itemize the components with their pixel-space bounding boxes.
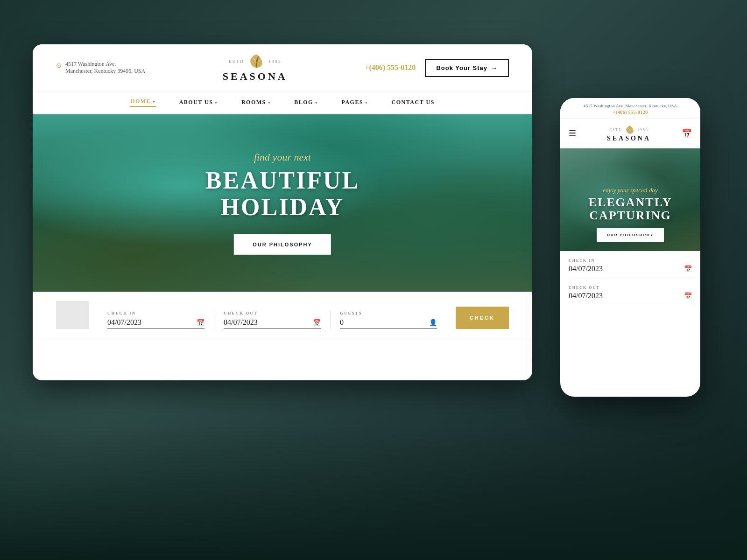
mobile-calendar-checkout-icon: 📅: [684, 292, 692, 300]
mobile-hero-content: enjoy your special day ELEGANTLY CAPTURI…: [560, 187, 700, 242]
mobile-checkout-value-row: 04/07/2023 📅: [569, 292, 692, 300]
chevron-down-icon: ▾: [215, 100, 218, 105]
booking-bar: CHECK IN 04/07/2023 📅 CHECK OUT 04/07/20…: [33, 292, 532, 338]
mobile-checkin-value-row: 04/07/2023 📅: [569, 265, 692, 273]
mobile-year-text: 1983: [637, 128, 648, 132]
arrow-icon: →: [491, 64, 498, 71]
hero-subtitle: find your next: [205, 151, 359, 163]
logo-estd-block: ESTD 1983: [223, 53, 288, 70]
guests-value: 0: [340, 318, 344, 327]
guests-label: GUESTS: [340, 311, 437, 315]
mobile-top-bar: 4517 Washington Ave. Manchester, Kentuck…: [560, 98, 700, 119]
year-text: 1983: [268, 59, 282, 64]
calendar-icon: 📅: [197, 319, 204, 327]
mobile-checkin-label: CHECK IN: [569, 259, 692, 263]
check-button[interactable]: CHECK: [456, 307, 509, 329]
nav-item-rooms[interactable]: ROOMS ▾: [241, 99, 271, 106]
nav-item-pages[interactable]: PAGES ▾: [341, 99, 368, 106]
mobile-booking: CHECK IN 04/07/2023 📅 CHECK OUT 04/07/20…: [560, 251, 700, 320]
calendar-icon: 📅: [313, 319, 321, 327]
checkout-field[interactable]: CHECK OUT 04/07/2023 📅: [214, 311, 331, 329]
hero-content: find your next BEAUTIFUL HOLIDAY OUR PHI…: [205, 151, 359, 255]
mobile-logo: ESTD 1983 SEASONA: [607, 125, 651, 142]
guests-field[interactable]: GUESTS 0 👤: [331, 311, 446, 329]
checkout-label: CHECK OUT: [224, 311, 321, 315]
checkin-label: CHECK IN: [107, 311, 204, 315]
chevron-down-icon: ▾: [153, 99, 156, 104]
mobile-hero-subtitle: enjoy your special day: [560, 187, 700, 194]
booking-tab: [56, 301, 89, 329]
hamburger-icon[interactable]: ☰: [569, 128, 576, 139]
our-philosophy-button[interactable]: OUR PHILOSOPHY: [234, 234, 331, 255]
logo-name: SEASONA: [223, 70, 288, 83]
estd-text: ESTD: [229, 59, 244, 64]
guests-value-row: 0 👤: [340, 318, 437, 329]
mobile-checkout-value: 04/07/2023: [569, 292, 603, 300]
hero-title: BEAUTIFUL HOLIDAY: [205, 167, 359, 220]
mobile-logo-leaf-icon: [625, 125, 635, 135]
chevron-down-icon: ▾: [365, 100, 368, 105]
header-right: +(406) 555-0120 Book Your Stay →: [365, 59, 509, 77]
checkin-value: 04/07/2023: [107, 318, 141, 327]
mobile-checkin-value: 04/07/2023: [569, 265, 603, 273]
mobile-hero-title: ELEGANTLY CAPTURING: [560, 196, 700, 223]
checkout-value-row: 04/07/2023 📅: [224, 318, 321, 329]
desktop-header: ⊙ 4517 Washington Ave. Manchester, Kentu…: [33, 44, 532, 91]
hero-section: find your next BEAUTIFUL HOLIDAY OUR PHI…: [33, 114, 532, 292]
nav-item-home[interactable]: HOME ▾: [130, 98, 156, 107]
address-line2: Manchester, Kentucky 39495, USA: [65, 68, 145, 75]
desktop-mockup: ⊙ 4517 Washington Ave. Manchester, Kentu…: [33, 44, 532, 380]
nav-item-contact[interactable]: CONTACT US: [392, 99, 435, 106]
mobile-logo-name: SEASONA: [607, 135, 651, 142]
mobile-estd-text: ESTD: [609, 128, 622, 132]
background-trees: [0, 420, 747, 560]
location-icon: ⊙: [56, 62, 62, 70]
desktop-logo: ESTD 1983 SEASONA: [223, 53, 288, 83]
person-icon: 👤: [429, 319, 437, 327]
phone-number[interactable]: +(406) 555-0120: [365, 63, 416, 72]
mobile-logo-estd: ESTD 1983: [607, 125, 651, 135]
checkin-value-row: 04/07/2023 📅: [107, 318, 204, 329]
address-line1: 4517 Washington Ave.: [65, 61, 145, 68]
mobile-address: 4517 Washington Ave. Manchester, Kentuck…: [569, 104, 692, 108]
mobile-phone[interactable]: +(406) 555-0120: [569, 109, 692, 115]
mobile-our-philosophy-button[interactable]: OUR PHILOSOPHY: [597, 228, 664, 242]
checkin-field[interactable]: CHECK IN 04/07/2023 📅: [98, 311, 214, 329]
mobile-checkin-field[interactable]: CHECK IN 04/07/2023 📅: [569, 259, 692, 278]
mobile-calendar-icon[interactable]: 📅: [682, 128, 692, 139]
mobile-checkout-field[interactable]: CHECK OUT 04/07/2023 📅: [569, 286, 692, 305]
mobile-mockup: 4517 Washington Ave. Manchester, Kentuck…: [560, 98, 700, 397]
book-stay-button[interactable]: Book Your Stay →: [425, 59, 509, 77]
logo-leaf-icon: [248, 53, 265, 70]
mobile-calendar-checkin-icon: 📅: [684, 265, 692, 273]
checkout-value: 04/07/2023: [224, 318, 258, 327]
nav-item-about[interactable]: ABOUT US ▾: [179, 99, 218, 106]
desktop-nav: HOME ▾ ABOUT US ▾ ROOMS ▾ BLOG ▾ PAGES ▾…: [33, 91, 532, 114]
chevron-down-icon: ▾: [268, 100, 271, 105]
address-block: ⊙ 4517 Washington Ave. Manchester, Kentu…: [56, 61, 145, 75]
mobile-nav-bar: ☰ ESTD 1983 SEASONA 📅: [560, 119, 700, 148]
chevron-down-icon: ▾: [315, 100, 318, 105]
nav-item-blog[interactable]: BLOG ▾: [294, 99, 318, 106]
mobile-checkout-label: CHECK OUT: [569, 286, 692, 290]
mobile-hero: enjoy your special day ELEGANTLY CAPTURI…: [560, 148, 700, 251]
